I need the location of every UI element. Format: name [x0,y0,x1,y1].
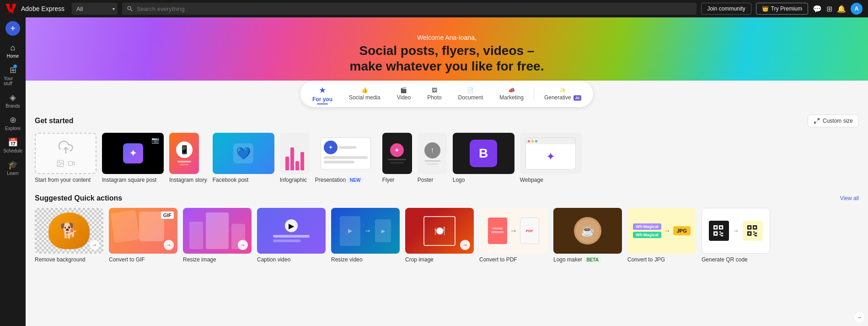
sidebar-label-explore: Explore [5,126,21,131]
gs-item-logo: B Logo [453,133,514,183]
qa-thumb-crop-image[interactable]: 🍽️ → [405,208,474,254]
gs-thumb-webpage[interactable]: ✦ [520,133,582,174]
tab-bar: ★ For you 👍 Social media 🎬 Video 🖼 Photo… [300,81,593,107]
tab-marketing-label: Marketing [499,94,524,101]
hero-text-block: Welcome Ana-Ioana, Social posts, flyers,… [350,34,544,74]
upload-cloud-icon [58,139,74,156]
gs-thumb-presentation[interactable]: ✦ [315,133,377,174]
gs-item-presentation: ✦ Presentation NEW [315,133,377,183]
hero-title: Social posts, flyers, videos – make what… [350,43,544,74]
gs-thumb-upload[interactable] [35,133,96,174]
svg-point-1 [59,162,59,163]
social-media-icon: 👍 [361,87,368,93]
user-avatar[interactable]: A [851,3,863,15]
chat-icon[interactable]: 💬 [813,5,822,13]
fb-heart-icon: 💙 [233,143,253,163]
sidebar-item-home[interactable]: ⌂ Home [2,40,24,61]
tab-social-media[interactable]: 👍 Social media [341,84,389,103]
gs-thumb-infographic[interactable] [280,133,310,174]
tab-photo[interactable]: 🖼 Photo [419,84,450,103]
view-all-link[interactable]: View all [840,195,859,201]
sidebar-item-explore[interactable]: ⊕ Explore [2,112,24,134]
qa-item-convert-jpg: Wh·Magical Wh·Magical → JPG Convert to J… [627,208,696,263]
gs-label-upload: Start from your content [35,177,91,183]
qa-thumb-caption-video[interactable]: ▶ [257,208,326,254]
jpg-content: Wh·Magical Wh·Magical → JPG [633,223,691,238]
vid-frame-2: ▶ [375,219,391,242]
tab-marketing[interactable]: 📣 Marketing [491,84,532,103]
qa-label-convert-jpg: Convert to JPG [627,256,665,263]
tab-for-you-label: For you [312,96,332,103]
crop-arrow-icon: → [460,240,470,250]
gs-item-flyer: ✦ Flyer [382,133,412,183]
qr-result [743,221,763,241]
qa-thumb-convert-pdf[interactable]: GRANDOPENING → PDF [479,208,548,254]
grand-opening-1: GRANDOPENING [488,217,507,244]
custom-size-button[interactable]: Custom size [808,114,859,127]
for-you-icon: ★ [319,85,326,95]
gs-label-fb-post: Facebook post [213,177,249,183]
gs-thumb-ig-square[interactable]: 📷 ✦ [102,133,164,174]
resize-img-arrow-icon: → [238,240,248,250]
tab-for-you[interactable]: ★ For you [304,82,341,105]
tab-generative[interactable]: ✨ Generative AI [536,84,589,103]
crop-frame: 🍽️ [423,216,455,246]
gs-label-ig-story: Instagram story [169,177,207,183]
qa-thumb-remove-bg[interactable]: 🐕 → [35,208,103,254]
logo-maker-beta-badge: BETA [584,257,600,263]
sidebar-label-your-stuff: Your stuff [4,76,22,86]
qa-thumb-resize-image[interactable]: → [183,208,252,254]
sidebar-item-learn[interactable]: 🎓 Learn [2,157,24,179]
notifications-icon[interactable]: 🔔 [837,5,846,13]
qa-thumb-generate-qr[interactable]: → [702,208,770,254]
ai-badge: AI [573,95,581,101]
content-area: Get started Custom size [26,107,868,266]
sidebar-item-your-stuff[interactable]: ⊞ Your stuff [2,62,24,89]
poster-icon: ↑ [424,142,440,158]
app-name-label: Adobe Express [21,5,64,12]
try-premium-label: Try Premium [771,5,802,12]
category-select[interactable]: All ImagesVideosDocuments [72,3,118,15]
qr-arrow-icon: → [733,227,739,234]
qa-item-caption-video: ▶ Caption video [257,208,326,263]
quick-actions-grid: 🐕 → Remove background GIF → Convert to G… [35,208,859,266]
gs-thumb-fb-post[interactable]: f 💙 [213,133,274,174]
create-new-button[interactable]: + [5,21,20,36]
category-select-wrapper[interactable]: All ImagesVideosDocuments ▾ [72,3,118,15]
gs-thumb-ig-story[interactable]: 📱 [169,133,199,174]
gif-arrow-icon: → [164,240,174,250]
search-icon [127,5,133,12]
search-input[interactable] [137,5,692,12]
qa-thumb-convert-jpg[interactable]: Wh·Magical Wh·Magical → JPG [627,208,696,254]
qr-placeholder [709,221,729,241]
sidebar-item-schedule[interactable]: 📅 Schedule [2,135,24,156]
crop-food-icon: 🍽️ [434,225,445,236]
pres-badge-icon: ✦ [324,141,338,154]
qa-label-convert-gif: Convert to GIF [109,256,145,263]
try-premium-button[interactable]: 👑 Try Premium [756,3,808,15]
marketing-icon: 📣 [508,87,515,93]
join-community-button[interactable]: Join community [701,3,751,15]
gs-thumb-logo[interactable]: B [453,133,514,174]
gif-badge-label: GIF [161,212,174,219]
badge-dot [13,64,17,69]
gs-label-presentation: Presentation NEW [315,177,363,183]
search-bar[interactable] [122,3,697,15]
gs-thumb-poster[interactable]: ↑ [418,133,447,174]
ig-square-star: ✦ [123,143,143,163]
tab-video[interactable]: 🎬 Video [389,84,419,103]
gs-thumb-flyer[interactable]: ✦ [382,133,412,174]
sidebar-label-home: Home [7,54,19,59]
qa-item-generate-qr: → Generate QR code [702,208,770,263]
jpg-label: JPG [673,226,691,235]
qa-thumb-logo-maker[interactable]: ☕ → [553,208,622,254]
schedule-icon: 📅 [8,137,18,147]
qa-thumb-convert-gif[interactable]: GIF → [109,208,177,254]
apps-icon[interactable]: ⊞ [826,5,832,13]
document-icon: 📄 [467,87,474,93]
qa-thumb-resize-video[interactable]: ▶ → ▶ [331,208,400,254]
sidebar-item-brands[interactable]: ◈ Brands [2,90,24,111]
tab-document[interactable]: 📄 Document [450,84,492,103]
get-started-title: Get started [35,117,73,125]
resize-vid-content: ▶ → ▶ [340,216,391,246]
